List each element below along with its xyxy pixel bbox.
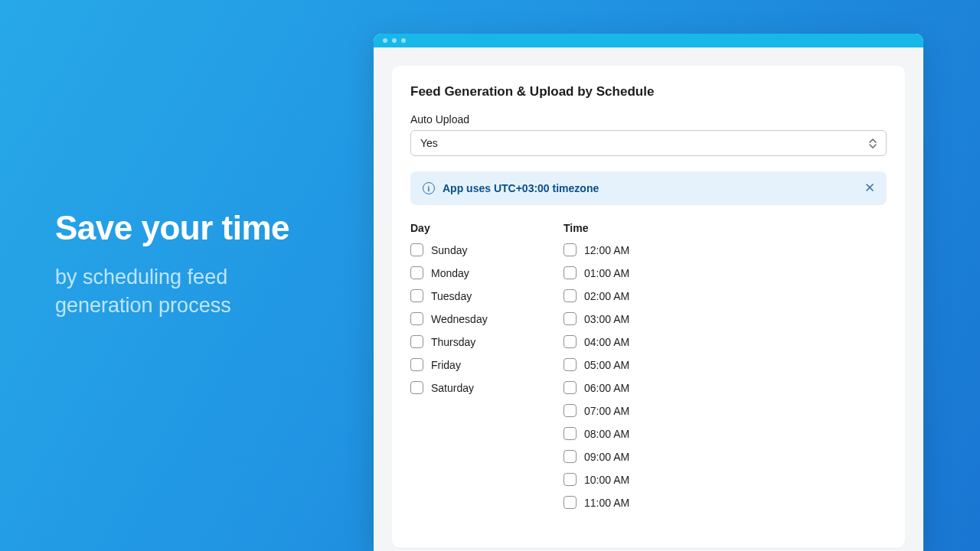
card-title: Feed Generation & Upload by Schedule	[410, 84, 887, 99]
day-row[interactable]: Sunday	[410, 243, 518, 256]
day-row[interactable]: Thursday	[410, 335, 518, 348]
promo-subline: by scheduling feed generation process	[55, 263, 331, 319]
timezone-banner: i App uses UTC+03:00 timezone	[410, 171, 887, 205]
schedule-card: Feed Generation & Upload by Schedule Aut…	[392, 66, 905, 548]
info-icon: i	[423, 182, 435, 194]
time-label: 10:00 AM	[584, 474, 629, 486]
time-checkbox[interactable]	[564, 335, 577, 348]
time-row[interactable]: 02:00 AM	[564, 289, 686, 302]
time-label: 02:00 AM	[584, 290, 629, 302]
time-row[interactable]: 06:00 AM	[564, 381, 686, 394]
time-column: Time 12:00 AM01:00 AM02:00 AM03:00 AM04:…	[564, 222, 686, 519]
time-column-header: Time	[564, 222, 686, 234]
day-row[interactable]: Tuesday	[410, 289, 518, 302]
day-label: Monday	[431, 267, 469, 279]
day-row[interactable]: Saturday	[410, 381, 518, 394]
time-row[interactable]: 03:00 AM	[564, 312, 686, 325]
day-row[interactable]: Monday	[410, 266, 518, 279]
day-checkbox[interactable]	[410, 358, 423, 371]
promo-text-block: Save your time by scheduling feed genera…	[55, 210, 331, 319]
time-label: 11:00 AM	[584, 497, 629, 509]
time-label: 09:00 AM	[584, 451, 629, 463]
day-label: Saturday	[431, 382, 474, 394]
time-label: 07:00 AM	[584, 405, 629, 417]
time-checkbox[interactable]	[564, 381, 577, 394]
day-checkbox[interactable]	[410, 266, 423, 279]
day-label: Sunday	[431, 244, 467, 256]
day-checkbox[interactable]	[410, 289, 423, 302]
day-row[interactable]: Wednesday	[410, 312, 518, 325]
time-label: 03:00 AM	[584, 313, 629, 325]
day-checkbox[interactable]	[410, 243, 423, 256]
select-chevron-icon	[869, 139, 877, 148]
day-column-header: Day	[410, 222, 518, 234]
time-label: 04:00 AM	[584, 336, 629, 348]
time-checkbox[interactable]	[564, 289, 577, 302]
day-column: Day SundayMondayTuesdayWednesdayThursday…	[410, 222, 518, 519]
time-label: 01:00 AM	[584, 267, 629, 279]
time-label: 06:00 AM	[584, 382, 629, 394]
time-row[interactable]: 12:00 AM	[564, 243, 686, 256]
time-label: 08:00 AM	[584, 428, 629, 440]
traffic-light-dot	[383, 38, 387, 43]
time-row[interactable]: 07:00 AM	[564, 404, 686, 417]
time-row[interactable]: 11:00 AM	[564, 496, 686, 509]
time-checkbox[interactable]	[564, 496, 577, 509]
auto-upload-value: Yes	[420, 137, 438, 149]
close-icon	[865, 183, 874, 192]
time-checkbox[interactable]	[564, 266, 577, 279]
banner-text: App uses UTC+03:00 timezone	[443, 182, 599, 194]
page-background: Save your time by scheduling feed genera…	[0, 0, 980, 551]
day-checkbox[interactable]	[410, 312, 423, 325]
time-checkbox[interactable]	[564, 427, 577, 440]
time-checkbox[interactable]	[564, 312, 577, 325]
time-row[interactable]: 10:00 AM	[564, 473, 686, 486]
window-titlebar	[374, 34, 923, 47]
day-checkbox[interactable]	[410, 381, 423, 394]
day-row[interactable]: Friday	[410, 358, 518, 371]
time-label: 12:00 AM	[584, 244, 629, 256]
schedule-columns: Day SundayMondayTuesdayWednesdayThursday…	[410, 222, 887, 519]
promo-headline: Save your time	[55, 210, 331, 246]
day-label: Thursday	[431, 336, 475, 348]
time-row[interactable]: 05:00 AM	[564, 358, 686, 371]
time-checkbox[interactable]	[564, 358, 577, 371]
time-row[interactable]: 08:00 AM	[564, 427, 686, 440]
traffic-light-dot	[401, 38, 406, 43]
auto-upload-select[interactable]: Yes	[410, 130, 887, 156]
time-row[interactable]: 04:00 AM	[564, 335, 686, 348]
time-row[interactable]: 01:00 AM	[564, 266, 686, 279]
day-checkbox[interactable]	[410, 335, 423, 348]
time-label: 05:00 AM	[584, 359, 629, 371]
app-window: Feed Generation & Upload by Schedule Aut…	[374, 34, 923, 551]
banner-close-button[interactable]	[865, 182, 874, 194]
traffic-light-dot	[392, 38, 397, 43]
time-checkbox[interactable]	[564, 473, 577, 486]
day-label: Tuesday	[431, 290, 472, 302]
time-checkbox[interactable]	[564, 404, 577, 417]
day-label: Friday	[431, 359, 461, 371]
auto-upload-label: Auto Upload	[410, 113, 887, 126]
time-checkbox[interactable]	[564, 243, 577, 256]
day-label: Wednesday	[431, 313, 488, 325]
time-checkbox[interactable]	[564, 450, 577, 463]
time-row[interactable]: 09:00 AM	[564, 450, 686, 463]
